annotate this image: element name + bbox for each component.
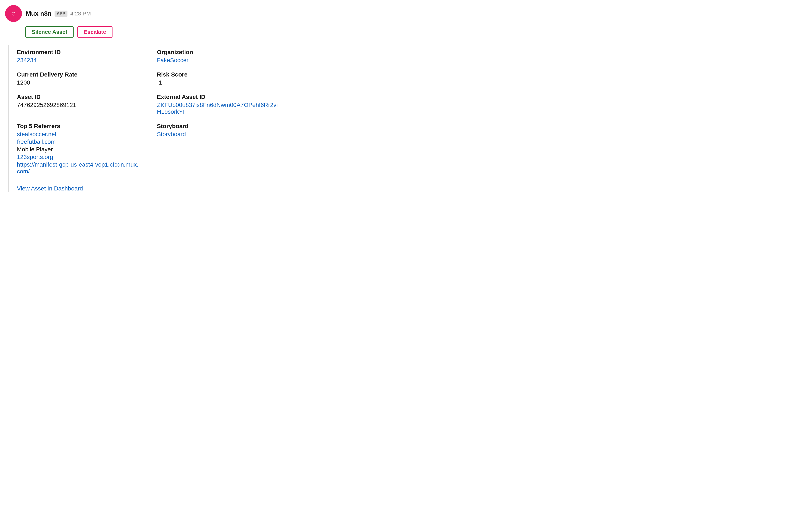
header-info: Mux n8n APP 4:28 PM — [26, 10, 91, 17]
avatar: ○ — [5, 5, 22, 22]
silence-asset-button[interactable]: Silence Asset — [25, 26, 74, 38]
asset-id-label: Asset ID — [17, 94, 140, 100]
storyboard-value[interactable]: Storyboard — [157, 131, 280, 138]
view-dashboard-link[interactable]: View Asset In Dashboard — [17, 185, 83, 192]
organization-value[interactable]: FakeSoccer — [157, 57, 280, 64]
delivery-rate-item: Current Delivery Rate 1200 — [17, 71, 140, 86]
external-asset-id-value[interactable]: ZKFUb00u837js8Fn6dNwm00A7OPehI6Rr2viH19s… — [157, 102, 280, 115]
info-grid: Environment ID 234234 Organization FakeS… — [17, 45, 280, 179]
risk-score-label: Risk Score — [157, 71, 280, 78]
storyboard-item: Storyboard Storyboard — [157, 123, 280, 175]
storyboard-label: Storyboard — [157, 123, 280, 130]
top-referrers-label: Top 5 Referrers — [17, 123, 140, 130]
referrers-list: stealsoccer.net freefutball.com Mobile P… — [17, 131, 140, 175]
environment-id-item: Environment ID 234234 — [17, 49, 140, 64]
referrer-3: Mobile Player — [17, 146, 140, 153]
risk-score-value: -1 — [157, 79, 280, 86]
referrer-1[interactable]: stealsoccer.net — [17, 131, 140, 138]
view-dashboard-section: View Asset In Dashboard — [17, 181, 280, 192]
message-container: ○ Mux n8n APP 4:28 PM Silence Asset Esca… — [5, 5, 280, 192]
external-asset-id-item: External Asset ID ZKFUb00u837js8Fn6dNwm0… — [157, 94, 280, 115]
delivery-rate-value: 1200 — [17, 79, 140, 86]
app-name: Mux n8n — [26, 10, 52, 17]
message-header: ○ Mux n8n APP 4:28 PM — [5, 5, 280, 22]
organization-item: Organization FakeSoccer — [157, 49, 280, 64]
organization-label: Organization — [157, 49, 280, 56]
action-buttons: Silence Asset Escalate — [25, 26, 280, 38]
external-asset-id-label: External Asset ID — [157, 94, 280, 100]
environment-id-label: Environment ID — [17, 49, 140, 56]
top-referrers-item: Top 5 Referrers stealsoccer.net freefutb… — [17, 123, 140, 175]
referrer-5[interactable]: https://manifest-gcp-us-east4-vop1.cfcdn… — [17, 161, 140, 175]
risk-score-item: Risk Score -1 — [157, 71, 280, 86]
escalate-button[interactable]: Escalate — [77, 26, 113, 38]
asset-id-value: 747629252692869121 — [17, 102, 140, 108]
referrer-2[interactable]: freefutball.com — [17, 138, 140, 145]
app-badge: APP — [55, 11, 68, 17]
content-card: Environment ID 234234 Organization FakeS… — [9, 45, 280, 192]
delivery-rate-label: Current Delivery Rate — [17, 71, 140, 78]
environment-id-value[interactable]: 234234 — [17, 57, 140, 64]
asset-id-item: Asset ID 747629252692869121 — [17, 94, 140, 115]
referrer-4[interactable]: 123sports.org — [17, 154, 140, 160]
person-icon: ○ — [11, 9, 16, 18]
timestamp: 4:28 PM — [70, 10, 91, 17]
